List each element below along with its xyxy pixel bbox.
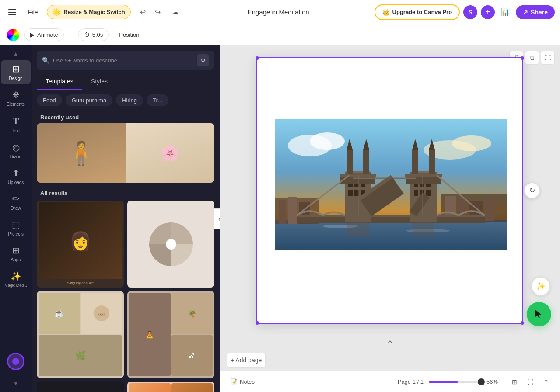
sidebar-label-text: Text xyxy=(12,128,20,133)
file-menu-button[interactable]: File xyxy=(23,6,43,18)
add-collaborator-button[interactable]: + xyxy=(481,5,495,19)
template-6-inner: 🗼 Memories of Paris xyxy=(127,382,214,392)
selection-handle-br[interactable] xyxy=(521,321,524,325)
brand-icon: ◎ xyxy=(12,142,20,153)
sidebar-item-uploads[interactable]: ⬆ Uploads xyxy=(1,164,31,188)
search-input[interactable] xyxy=(53,57,193,64)
person-photo-icon: 👩 xyxy=(70,231,91,251)
template-card-4[interactable]: 🧘 🌴 🏖 xyxy=(127,291,214,378)
selection-handle-bl[interactable] xyxy=(256,321,259,325)
recently-used-title: Recently used xyxy=(35,111,216,123)
template-card-5[interactable]: —— 🧑 xyxy=(37,382,124,392)
zoom-value: 56% xyxy=(486,378,502,385)
recently-card-right: 🌸 xyxy=(126,123,214,183)
document-title-input[interactable] xyxy=(233,7,323,17)
recently-used-card[interactable]: 🧍 🌸 xyxy=(37,123,214,183)
svg-rect-30 xyxy=(346,150,353,174)
search-filter-button[interactable]: ⚙ xyxy=(197,54,209,66)
tag-guru[interactable]: Guru purnima xyxy=(66,94,112,106)
sidebar-item-draw[interactable]: ✏ Draw xyxy=(1,190,31,214)
add-page-button[interactable]: + Add page xyxy=(227,353,266,368)
template-card-1[interactable]: 👩 living my best life xyxy=(37,201,124,288)
record-button[interactable] xyxy=(7,353,24,370)
hamburger-menu[interactable] xyxy=(5,5,19,19)
clock-icon: ⏱ xyxy=(84,31,90,38)
zoom-slider[interactable] xyxy=(429,381,481,383)
tower-bridge-svg xyxy=(275,119,507,250)
show-pages-button[interactable]: ⌃ xyxy=(220,335,560,353)
zoom-thumb[interactable] xyxy=(478,378,485,385)
upgrade-button[interactable]: 👑 Upgrade to Canva Pro xyxy=(374,4,460,20)
share-button[interactable]: ↗ Share xyxy=(516,5,555,19)
template-3-cell-1: ☕ xyxy=(38,293,80,334)
tab-styles[interactable]: Styles xyxy=(82,73,116,90)
zoom-fill xyxy=(429,381,458,383)
svg-point-11 xyxy=(310,132,345,150)
projects-icon: ⬚ xyxy=(12,219,20,230)
redo-button[interactable]: ↪ xyxy=(151,5,165,19)
position-button[interactable]: Position xyxy=(114,29,144,41)
tag-food[interactable]: Food xyxy=(37,94,62,106)
copy-button[interactable]: ⧉ xyxy=(525,51,539,65)
notes-button[interactable]: 📝 Notes xyxy=(227,376,258,388)
undo-button[interactable]: ↩ xyxy=(136,5,150,19)
svg-rect-37 xyxy=(348,190,353,196)
user-avatar[interactable]: S xyxy=(463,5,477,19)
magic-floating-button[interactable] xyxy=(527,302,551,326)
text-icon: T xyxy=(13,115,19,127)
template-1-photo: 👩 xyxy=(38,202,122,279)
template-card-2[interactable]: 20 24 xyxy=(127,201,214,288)
sidebar-collapse-bottom[interactable]: ▼ xyxy=(0,379,32,389)
panel-tabs: Templates Styles xyxy=(32,73,220,90)
elements-icon: ❋ xyxy=(12,90,20,100)
tab-templates[interactable]: Templates xyxy=(37,73,82,90)
duration-button[interactable]: ⏱ 5.0s xyxy=(78,28,109,41)
sidebar-item-projects[interactable]: ⬚ Projects xyxy=(1,216,31,240)
notes-icon: 📝 xyxy=(230,378,237,385)
rotate-handle[interactable]: ↻ xyxy=(524,183,540,198)
svg-rect-41 xyxy=(340,174,376,177)
sidebar-label-design: Design xyxy=(9,76,22,81)
tag-hiring[interactable]: Hiring xyxy=(116,94,143,106)
templates-panel: 🔍 ⚙ Templates Styles Food Guru purnima H… xyxy=(32,45,220,392)
sidebar-item-text[interactable]: T Text xyxy=(1,112,31,137)
help-button[interactable]: ? xyxy=(539,375,553,389)
sidebar-collapse-top[interactable]: ▲ xyxy=(0,49,32,59)
svg-rect-65 xyxy=(413,222,434,237)
template-5-top: —— xyxy=(38,383,122,392)
cloud-save-button[interactable]: ☁ xyxy=(168,5,182,19)
magic-switch-icon: 🌟 xyxy=(52,8,61,16)
svg-rect-27 xyxy=(297,215,485,217)
fullscreen-button[interactable]: ⛶ xyxy=(523,375,537,389)
selection-handle-tl[interactable] xyxy=(256,56,259,60)
sidebar-item-design[interactable]: ⊞ Design xyxy=(1,60,31,84)
analytics-button[interactable]: 📊 xyxy=(498,5,512,19)
color-wheel-button[interactable] xyxy=(7,29,19,41)
all-results-title: All results xyxy=(35,186,216,199)
left-sidebar: ▲ ⊞ Design ❋ Elements T Text ◎ Brand ⬆ U… xyxy=(0,45,32,392)
sidebar-label-brand: Brand xyxy=(10,154,22,159)
template-4-cell-2: 🌴 xyxy=(172,293,213,334)
selection-handle-tr[interactable] xyxy=(521,56,524,60)
template-5-inner: —— 🧑 xyxy=(37,382,124,392)
sidebar-item-magic[interactable]: ✨ Magic Med... xyxy=(1,267,31,291)
magic-switch-button[interactable]: 🌟 Resize & Magic Switch xyxy=(47,5,131,19)
expand-button[interactable]: ⛶ xyxy=(541,51,555,65)
panel-hide-button[interactable]: ‹ xyxy=(214,208,220,229)
ai-magic-button[interactable]: ✨ xyxy=(531,277,550,296)
template-card-3[interactable]: ☕ XXXX 🌿 xyxy=(37,291,124,378)
canvas-image[interactable] xyxy=(275,119,507,250)
animate-button[interactable]: ▶ Animate xyxy=(24,28,64,41)
sidebar-item-apps[interactable]: ⊞ Apps xyxy=(1,242,31,266)
svg-rect-25 xyxy=(485,197,494,221)
tag-more[interactable]: Tr... xyxy=(147,94,168,106)
grid-view-button[interactable]: ⊞ xyxy=(508,375,522,389)
search-icon: 🔍 xyxy=(42,57,49,64)
sidebar-item-elements[interactable]: ❋ Elements xyxy=(1,86,31,110)
sidebar-item-brand[interactable]: ◎ Brand xyxy=(1,139,31,163)
secondary-toolbar: ▶ Animate ⏱ 5.0s Position xyxy=(0,24,560,45)
svg-rect-20 xyxy=(288,197,297,224)
canvas-container[interactable]: 🔒 ⧉ ⛶ xyxy=(220,45,560,335)
design-icon: ⊞ xyxy=(12,64,20,74)
template-card-6[interactable]: 🗼 Memories of Paris xyxy=(127,382,214,392)
